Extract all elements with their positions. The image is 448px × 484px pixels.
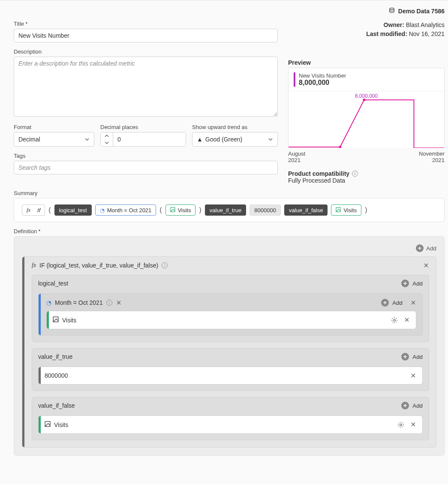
paren-open: (	[159, 206, 162, 214]
chevron-down-icon	[84, 137, 90, 142]
summary-metric-pill: Visits	[331, 204, 361, 216]
close-icon[interactable]	[410, 421, 416, 428]
tags-input[interactable]	[14, 161, 278, 174]
product-compat-value: Fully Processed Data	[288, 177, 445, 184]
summary-value-if-true-pill: value_if_true	[205, 204, 246, 216]
add-icon	[401, 280, 409, 287]
dataset-name: Demo Data 7586	[398, 8, 445, 15]
close-icon[interactable]	[423, 262, 429, 268]
definition-label: Definition	[14, 228, 445, 234]
add-icon	[401, 353, 409, 361]
close-icon[interactable]	[410, 300, 416, 306]
format-value: Decimal	[18, 136, 40, 143]
add-button[interactable]: Add	[412, 280, 423, 287]
svg-rect-7	[45, 421, 50, 427]
info-icon[interactable]: i	[162, 262, 168, 268]
chart-x-axis: August2021 November2021	[288, 150, 445, 163]
accent-bar	[294, 72, 295, 87]
preview-metric-value: 8,000,000	[299, 79, 346, 87]
static-number-row[interactable]: 8000000	[38, 367, 423, 385]
upward-trend-select[interactable]: ▲ Good (Green)	[192, 132, 278, 147]
description-textarea[interactable]	[14, 57, 278, 117]
close-icon[interactable]	[410, 373, 416, 379]
metric-icon	[45, 421, 51, 428]
function-signature: IF (logical_test, value_if_true, value_i…	[39, 262, 158, 269]
visits-metric[interactable]: Visits	[46, 311, 416, 329]
summary-logical-test-pill: logical_test	[54, 204, 92, 216]
logical-test-block: logical_test Add ◔ Month = Oct 2021 i Ad…	[32, 275, 429, 342]
value-if-true-label: value_if_true	[38, 353, 72, 360]
paren-open: (	[48, 206, 51, 214]
metric-icon	[170, 207, 175, 213]
gear-icon[interactable]	[397, 421, 404, 428]
owner-meta: Owner: Blast Analytics Last modified: No…	[288, 21, 445, 39]
summary-value-if-false-pill: value_if_false	[284, 204, 328, 216]
logical-test-label: logical_test	[38, 280, 68, 287]
title-input[interactable]	[14, 29, 278, 42]
metric-label: Visits	[54, 421, 68, 428]
close-icon[interactable]	[404, 317, 410, 324]
add-icon	[401, 402, 409, 409]
format-label: Format	[14, 124, 94, 130]
value-if-false-block: value_if_false Add Visits	[32, 397, 429, 440]
chevron-down-icon	[268, 137, 273, 142]
summary-label: Summary	[14, 190, 445, 196]
svg-point-6	[394, 319, 395, 321]
svg-rect-5	[53, 317, 58, 322]
svg-point-8	[400, 424, 402, 425]
metric-icon	[53, 316, 59, 324]
fx-icon: fx	[32, 262, 36, 269]
summary-number-pill: 8000000	[250, 204, 281, 216]
decimal-up-button[interactable]	[101, 132, 113, 139]
summary-segment-pill: ◔ Month = Oct 2021	[95, 204, 156, 216]
info-icon[interactable]: i	[106, 300, 112, 306]
description-label: Description	[14, 48, 278, 55]
paren-close: )	[199, 206, 201, 214]
preview-heading: Preview	[288, 59, 445, 66]
format-select[interactable]: Decimal	[14, 132, 94, 147]
data-icon	[389, 7, 395, 15]
chart-peak-label: 8,000,000	[355, 93, 378, 99]
preview-chart-box: New Visits Number 8,000,000 8,000,000	[288, 68, 445, 148]
add-button[interactable]: Add	[412, 354, 423, 360]
value-if-false-label: value_if_false	[38, 402, 75, 409]
add-icon	[416, 244, 424, 252]
paren-close: )	[365, 206, 367, 214]
add-icon	[381, 299, 389, 307]
summary-box: fx If ( logical_test ◔ Month = Oct 2021 …	[14, 198, 445, 222]
svg-point-1	[339, 146, 341, 148]
value-if-true-block: value_if_true Add 8000000	[32, 348, 429, 391]
topbar: Demo Data 7586	[3, 5, 445, 21]
svg-rect-4	[336, 207, 340, 212]
decimal-down-button[interactable]	[101, 139, 113, 146]
add-button[interactable]: Add	[412, 403, 423, 409]
static-number-value: 8000000	[45, 372, 68, 379]
segment-icon: ◔	[46, 299, 51, 306]
summary-metric-pill: Visits	[165, 204, 196, 216]
decimal-places-label: Decimal places	[100, 124, 186, 130]
definition-box: Add fx IF (logical_test, value_if_true, …	[14, 236, 445, 456]
decimal-places-input[interactable]	[113, 132, 186, 146]
if-function-card: fx IF (logical_test, value_if_true, valu…	[22, 256, 436, 448]
metric-label: Visits	[62, 317, 76, 324]
visits-metric[interactable]: Visits	[38, 415, 423, 434]
add-button[interactable]: Add	[392, 300, 403, 306]
segment-icon: ◔	[100, 207, 105, 213]
summary-fx-pill: fx If	[22, 204, 45, 216]
preview-metric-name: New Visits Number	[299, 72, 346, 79]
upward-trend-value: Good (Green)	[205, 136, 242, 143]
segment-label: Month = Oct 2021	[55, 299, 103, 306]
svg-rect-3	[171, 207, 175, 212]
add-button[interactable]: Add	[426, 245, 436, 252]
product-compat-label: Product compatibility	[288, 170, 349, 177]
triangle-up-icon: ▲	[197, 136, 203, 143]
tags-label: Tags	[14, 153, 278, 159]
preview-chart: 8,000,000	[289, 91, 444, 148]
gear-icon[interactable]	[391, 317, 398, 324]
title-label: Title	[14, 21, 278, 27]
close-icon[interactable]	[116, 300, 122, 306]
info-icon[interactable]: i	[352, 171, 358, 177]
metric-icon	[336, 207, 341, 213]
upward-trend-label: Show upward trend as	[192, 124, 278, 130]
svg-point-0	[390, 8, 394, 10]
